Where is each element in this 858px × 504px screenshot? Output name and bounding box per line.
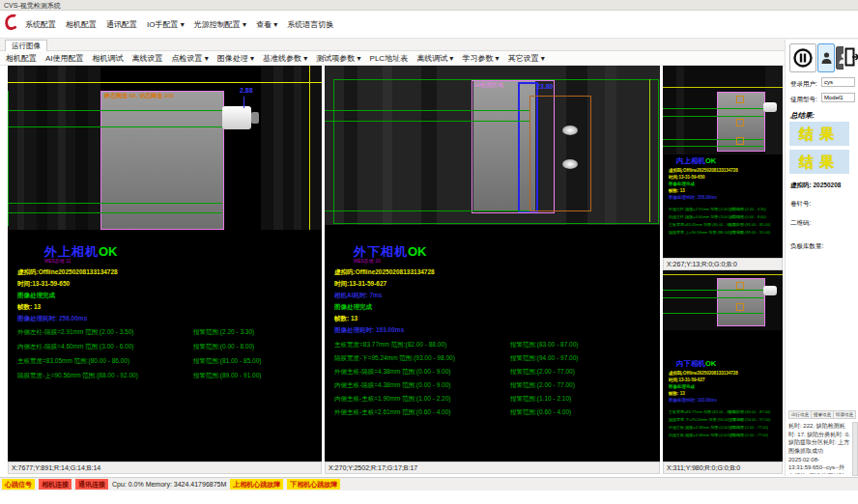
menu-view[interactable]: 查看 ▾ [256,19,277,30]
menu-light-config[interactable]: 光源控制配置 ▾ [194,19,246,30]
pixel-coord-readout-small2: X:311;Y:980;R:0;G:0;B:0 [663,462,783,474]
camera-title: 内上相机OK [676,156,716,166]
measurement-row: 隔膜宽度-上=90.56mm 范围:(88.00 - 92.00) 报警范围:(… [17,372,317,380]
user-login-button[interactable] [817,43,835,72]
measure-alarm: 报警范围:(0.00 - 8.00) [729,214,766,219]
overlay-yellow-vline [649,79,650,222]
roi-mini-mark [736,282,744,290]
overlay-yellow-line [663,274,783,275]
title-bar: CVS-视觉检测系统 [0,0,858,11]
measurement-row: 隔膜宽度-上=90.56mm 范围:(88.00 - 92.00) 报警范围:(… [669,230,781,235]
tool-image-process[interactable]: 图像处理 ▾ [217,53,254,64]
measure-alarm: 报警范围:(2.20 - 3.30) [729,207,766,211]
menu-camera-config[interactable]: 相机配置 [66,19,97,30]
band-strip [294,66,301,230]
measure-value: 内侧主板-隔膜=4.38mm 范围:(0.00 - 9.00) [334,381,450,388]
barcode-line: 虚拟码:Offline20250208133134728 [334,268,435,277]
camera-view-outer-lower[interactable]: AI检测区域 23.80 外下相机OK MES反馈:10 虚拟码:Offline… [325,66,660,462]
measurement-row: 外侧主板-隔膜=4.38mm 范围:(0.00 - 9.00) 报警范围:(2.… [334,368,653,377]
tool-baseline-params[interactable]: 基准线参数 ▾ [263,53,307,64]
measure-alarm: 报警范围:(1.10 - 2.10) [510,395,571,404]
camera-name: 外上相机 [44,244,99,259]
tool-ai-config[interactable]: AI使用配置 [45,53,84,64]
connector-tip [251,112,259,124]
tool-camera-config[interactable]: 相机配置 [6,53,37,64]
menu-items: 系统配置 相机配置 通讯配置 IO手配置 ▾ 光源控制配置 ▾ 查看 ▾ 系统语… [25,11,333,39]
status-line: 图像处理完成 [17,292,55,300]
tab-strip [0,39,858,51]
measure-marker-label: 23.80 [536,83,554,90]
tool-other-setting[interactable]: 其它设置 ▾ [508,53,545,64]
tool-test-params[interactable]: 测试项参数 ▾ [316,53,360,64]
menu-io-config[interactable]: IO手配置 ▾ [147,19,185,30]
pin-number-label: 卷针号: [790,200,811,209]
tool-offline-setting[interactable]: 离线设置 [132,53,163,64]
tool-learn-params[interactable]: 学习参数 ▾ [462,53,499,64]
overlay-yellow-vline [309,66,310,230]
measure-value: 隔膜宽度-下=95.24mm 范围:(93.00 - 98.00) [334,354,455,361]
log-tab-error[interactable]: 错误信息 [833,410,856,419]
tool-camera-debug[interactable]: 相机调试 [93,53,124,64]
menu-comm-config[interactable]: 通讯配置 [106,19,137,30]
measure-marker-label: 2.88 [240,87,253,94]
upper-camera-warning-badge: 上相机心跳故障 [230,479,283,490]
overlay-green-line [663,146,763,147]
measurement-row: 外侧主板-隔膜=4.38mm 范围:(0.00 - 9.00) 报警范围:(2.… [669,425,781,430]
app-logo-icon [5,14,20,34]
roi-mini-mark [736,303,744,311]
roi-mini-mark [736,96,744,103]
camera-result: OK [705,156,716,165]
menu-system-config[interactable]: 系统配置 [25,19,56,30]
overlay-green-line [663,139,763,140]
exit-button[interactable] [844,43,858,70]
cpu-memory-readout: Cpu: 0.0% Memory: 3424.41796875M [112,481,226,488]
tool-plc-table[interactable]: PLC地址表 [370,53,409,64]
measure-alarm: 报警范围:(2.20 - 3.30) [193,328,254,337]
camera-view-inner-lower[interactable]: 内下相机OK 虚拟码:Offline20250208133134728 时间:1… [663,270,783,462]
roi-mini-mark [736,119,744,126]
measurement-row: 隔膜宽度-下=95.24mm 范围:(93.00 - 98.00) 报警范围:(… [334,354,653,363]
log-scrollbar[interactable] [852,422,858,476]
measurement-row: 隔膜宽度-下=95.24mm 范围:(93.00 - 98.00) 报警范围:(… [669,417,781,422]
measure-value: 主板宽度=83.05mm 范围:(80.00 - 86.00) [17,357,129,364]
camera-view-inner-upper[interactable]: 内上相机OK 虚拟码:Offline20250208133134728 时间:1… [663,66,783,258]
comm-link-badge: 通讯连接 [75,479,108,490]
measure-alarm: 报警范围:(83.00 - 87.00) [729,409,770,414]
band-strip [676,66,684,154]
pause-button[interactable] [789,43,816,72]
time-line: 时间:13-31-59-650 [669,175,705,180]
overlay-green-vline [8,91,9,226]
overlay-green-line [663,313,763,314]
overlay-green-line [663,290,763,291]
count-label: 负极库数量: [790,242,823,251]
status-bar: 心跳信号 相机连接 通讯连接 Cpu: 0.0% Memory: 3424.41… [0,477,858,490]
measure-alarm: 报警范围:(2.00 - 77.00) [510,381,575,390]
band-strip [17,66,24,230]
tool-spotcheck-setting[interactable]: 点检设置 ▾ [172,53,209,64]
menu-language-switch[interactable]: 系统语言切换 [287,19,333,30]
camera-view-outer-upper[interactable]: 静态阈值:93, 动态阈值:100 2.88 外上相机OK MES反馈:11 虚… [8,66,322,462]
log-tab-run[interactable]: 运行信息 [788,410,812,419]
total-result-label: 总结果: [790,111,815,121]
login-user-field[interactable] [821,77,855,87]
measurement-row: 外侧主板-主板=2.61mm 范围:(0.60 - 4.00) 报警范围:(0.… [334,408,653,417]
pixel-coord-readout-left: X:7677;Y:891;R:14;G:14;B:14 [8,462,322,474]
connector-part [763,102,777,112]
time-line: 时间:13-31-59-627 [334,280,386,289]
model-field[interactable] [821,93,855,102]
band-strip [75,66,88,230]
measure-alarm: 报警范围:(89.00 - 91.00) [193,372,261,380]
barcode-line: 虚拟码:Offline20250208133134728 [669,168,738,173]
tab-run-image[interactable]: 运行图像 [5,40,47,51]
measure-value: 内侧主板-主板=1.90mm 范围:(1.00 - 2.20) [334,395,450,402]
side-panel: 登录用户: 使用型号: 总结果: 结果 结果 虚拟码: 20250208 卷针号… [785,40,858,476]
mes-feedback: MES反馈:10 [354,258,381,264]
measure-alarm: 报警范围:(0.60 - 4.00) [510,408,571,417]
time-line: 时间:13-31-59-627 [669,378,705,382]
tool-offline-debug[interactable]: 离线调试 ▾ [416,53,453,64]
exit-door-icon [844,47,858,67]
log-tab-alarm[interactable]: 报警信息 [811,410,834,419]
measure-value: 外侧左柱-隔膜=2.91mm 范围:(2.00 - 3.50) [17,328,133,335]
measure-value: 外侧主板-主板=2.61mm 范围:(0.60 - 4.00) [334,408,450,415]
measure-value: 主板宽度=83.77mm 范围:(82.00 - 88.00) [669,409,737,414]
